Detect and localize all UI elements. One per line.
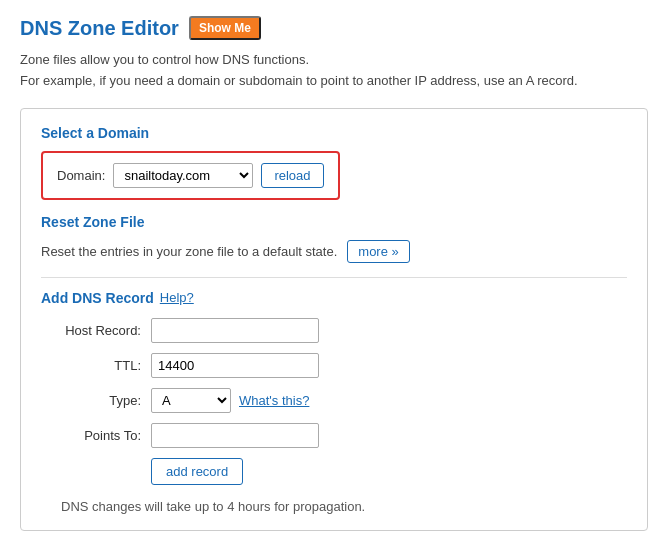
domain-label: Domain:: [57, 168, 105, 183]
page-header: DNS Zone Editor Show Me: [20, 16, 648, 40]
points-to-input[interactable]: [151, 423, 319, 448]
type-label: Type:: [61, 393, 151, 408]
ttl-input[interactable]: [151, 353, 319, 378]
add-record-button[interactable]: add record: [151, 458, 243, 485]
whats-this-link[interactable]: What's this?: [239, 393, 309, 408]
host-record-row: Host Record:: [41, 318, 627, 343]
add-dns-header: Add DNS Record Help?: [41, 290, 627, 306]
divider: [41, 277, 627, 278]
type-row: Type: A AAAA CNAME MX TXT SRV What's thi…: [41, 388, 627, 413]
reload-button[interactable]: reload: [261, 163, 323, 188]
domain-selection-box: Domain: snailtoday.com reload: [41, 151, 340, 200]
type-controls: A AAAA CNAME MX TXT SRV What's this?: [151, 388, 309, 413]
description-line1: Zone files allow you to control how DNS …: [20, 50, 648, 71]
reset-description: Reset the entries in your zone file to a…: [41, 240, 627, 263]
ttl-label: TTL:: [61, 358, 151, 373]
points-to-row: Points To:: [41, 423, 627, 448]
points-to-label: Points To:: [61, 428, 151, 443]
show-me-button[interactable]: Show Me: [189, 16, 261, 40]
reset-zone-section: Reset Zone File Reset the entries in you…: [41, 214, 627, 263]
reset-zone-title: Reset Zone File: [41, 214, 627, 230]
select-domain-title: Select a Domain: [41, 125, 627, 141]
domain-select[interactable]: snailtoday.com: [113, 163, 253, 188]
type-select[interactable]: A AAAA CNAME MX TXT SRV: [151, 388, 231, 413]
ttl-row: TTL:: [41, 353, 627, 378]
more-button[interactable]: more »: [347, 240, 409, 263]
propagation-note: DNS changes will take up to 4 hours for …: [41, 499, 627, 514]
host-record-label: Host Record:: [61, 323, 151, 338]
reset-description-text: Reset the entries in your zone file to a…: [41, 244, 337, 259]
add-dns-title: Add DNS Record: [41, 290, 154, 306]
page-description: Zone files allow you to control how DNS …: [20, 50, 648, 92]
main-card: Select a Domain Domain: snailtoday.com r…: [20, 108, 648, 531]
help-link[interactable]: Help?: [160, 290, 194, 305]
host-record-input[interactable]: [151, 318, 319, 343]
page-title: DNS Zone Editor: [20, 17, 179, 40]
description-line2: For example, if you need a domain or sub…: [20, 71, 648, 92]
add-record-row: add record: [41, 458, 627, 485]
